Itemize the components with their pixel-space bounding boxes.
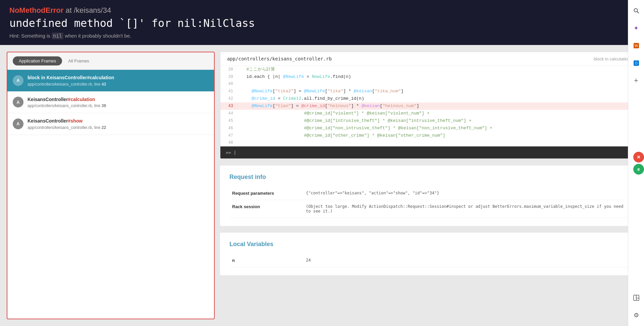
code-line-47: 47 #@crime_id["other_crime"] * @keisan["… bbox=[220, 132, 637, 139]
local-var-n-row: n 24 bbox=[229, 254, 628, 267]
frames-panel: Application Frames All Frames A block in… bbox=[7, 52, 215, 319]
code-line-38: 38 #ここから計算 bbox=[220, 66, 637, 73]
line-num-43: 43 bbox=[220, 103, 238, 109]
line-code-38: #ここから計算 bbox=[238, 66, 278, 73]
frame-avatar-2: A bbox=[13, 119, 23, 129]
right-panel: app/controllers/keisans_controller.rb bl… bbox=[220, 52, 637, 319]
frame-line-1: 39 bbox=[102, 103, 106, 108]
code-header: app/controllers/keisans_controller.rb bl… bbox=[220, 52, 637, 66]
line-num-48: 48 bbox=[220, 139, 238, 146]
hint-suffix: when it probably shouldn't be. bbox=[63, 33, 131, 39]
line-code-43: @NewLife["tian"] = @crime_id["heinous"] … bbox=[238, 102, 423, 110]
plus-icon[interactable]: + bbox=[631, 75, 642, 86]
error-location: at /keisans/34 bbox=[63, 6, 111, 14]
frame-file-2: app/controllers/keisans_controller.rb, l… bbox=[28, 125, 209, 130]
request-info-title: Request info bbox=[229, 174, 628, 181]
frame-title-0: block in KeisansController#calculation bbox=[28, 75, 209, 81]
code-line-45: 45 #@crime_id["intrusive_theft"] * @keis… bbox=[220, 117, 637, 125]
code-body: 38 #ここから計算 39 id.each { |n| @NewLife = N… bbox=[220, 66, 637, 146]
ext-green-icon[interactable]: e bbox=[633, 164, 644, 175]
line-num-40: 40 bbox=[220, 81, 238, 87]
layout-icon[interactable] bbox=[631, 292, 642, 303]
svg-text:W: W bbox=[634, 44, 638, 48]
line-code-47: #@crime_id["other_crime"] * @keisan["oth… bbox=[238, 132, 449, 139]
code-line-44: 44 #@crime_id["violent"] * @keisan["viol… bbox=[220, 110, 637, 117]
frame-item-0[interactable]: A block in KeisansController#calculation… bbox=[7, 70, 214, 92]
rack-session-value: (Object too large. Modify ActionDispatch… bbox=[303, 200, 628, 218]
hint-code: nil bbox=[52, 33, 63, 39]
code-line-43: 43 @NewLife["tian"] = @crime_id["heinous… bbox=[220, 102, 637, 110]
frame-method-hash-1: #calculation bbox=[68, 97, 95, 102]
line-code-46: #@crime_id["non_intrusive_theft"] * @kei… bbox=[238, 125, 496, 132]
frame-method-hash-2: #show bbox=[68, 118, 83, 124]
svg-line-1 bbox=[637, 12, 639, 13]
repl-prompt: >> | bbox=[226, 150, 236, 155]
svg-text:O: O bbox=[635, 61, 638, 65]
frame-avatar-1: A bbox=[13, 97, 23, 107]
frame-avatar-0: A bbox=[13, 75, 23, 86]
frame-title-2: KeisansController#show bbox=[28, 118, 209, 125]
code-panel: app/controllers/keisans_controller.rb bl… bbox=[220, 52, 637, 159]
code-line-42: 42 @crime_id = Crime12.all.find_by_crime… bbox=[220, 95, 637, 102]
tab-application-frames[interactable]: Application Frames bbox=[13, 56, 62, 65]
error-message: undefined method `[]' for nil:NilClass bbox=[9, 17, 635, 30]
line-num-42: 42 bbox=[220, 95, 238, 102]
local-var-n-label: n bbox=[229, 254, 303, 267]
request-params-row: Request parameters {"controller"=>"keisa… bbox=[229, 187, 628, 200]
frame-info-1: KeisansController#calculation app/contro… bbox=[28, 96, 209, 108]
frame-method-name-1: KeisansController bbox=[28, 97, 68, 102]
line-num-47: 47 bbox=[220, 132, 238, 139]
request-info-table: Request parameters {"controller"=>"keisa… bbox=[229, 187, 628, 218]
code-filename: app/controllers/keisans_controller.rb bbox=[227, 56, 332, 61]
line-num-39: 39 bbox=[220, 74, 238, 80]
frame-method-name-0: block in KeisansController bbox=[28, 75, 87, 80]
frame-file-0: app/controllers/keisans_controller.rb, l… bbox=[28, 82, 209, 87]
line-num-41: 41 bbox=[220, 88, 238, 95]
frame-line-2: 22 bbox=[102, 125, 106, 130]
line-code-44: #@crime_id["violent"] * @keisan["violent… bbox=[238, 110, 433, 117]
repl-panel[interactable]: >> | bbox=[220, 146, 637, 158]
error-hint: Hint: Something is nil when it probably … bbox=[9, 33, 635, 39]
ext-icons: ✕ e bbox=[633, 152, 644, 175]
local-variables-table: n 24 bbox=[229, 254, 628, 267]
line-num-44: 44 bbox=[220, 110, 238, 117]
code-line-39: 39 id.each { |n| @NewLife = NewLife.find… bbox=[220, 73, 637, 81]
settings-icon[interactable]: ⚙ bbox=[631, 310, 642, 321]
line-code-45: #@crime_id["intrusive_theft"] * @keisan[… bbox=[238, 117, 475, 125]
line-num-46: 46 bbox=[220, 125, 238, 132]
error-type-line: NoMethodError at /keisans/34 bbox=[9, 6, 635, 15]
frame-info-2: KeisansController#show app/controllers/k… bbox=[28, 118, 209, 130]
search-icon[interactable] bbox=[631, 5, 642, 16]
code-line-41: 41 @NewLife["tika2"] = @NewLife["tika"] … bbox=[220, 88, 637, 95]
frame-line-0: 43 bbox=[102, 82, 106, 87]
office-icon[interactable]: W bbox=[631, 40, 642, 51]
error-name: NoMethodError bbox=[9, 6, 63, 14]
code-context: block in calculation bbox=[594, 56, 630, 61]
tab-all-frames[interactable]: All Frames bbox=[62, 56, 95, 65]
ext-red-icon[interactable]: ✕ bbox=[633, 152, 644, 162]
frame-file-1: app/controllers/keisans_controller.rb, l… bbox=[28, 103, 209, 108]
request-params-label: Request parameters bbox=[229, 187, 303, 200]
frames-tabs: Application Frames All Frames bbox=[7, 52, 214, 70]
error-header: NoMethodError at /keisans/34 undefined m… bbox=[0, 0, 644, 45]
local-variables-section: Local Variables n 24 bbox=[220, 233, 637, 275]
line-num-45: 45 bbox=[220, 118, 238, 124]
frame-item-1[interactable]: A KeisansController#calculation app/cont… bbox=[7, 92, 214, 113]
bottom-icons: ⚙ bbox=[631, 292, 642, 321]
hint-prefix: Hint: Something is bbox=[9, 33, 52, 39]
request-params-value: {"controller"=>"keisans", "action"=>"sho… bbox=[303, 187, 628, 200]
sparkle-icon[interactable]: ✦ bbox=[631, 23, 642, 34]
code-line-46: 46 #@crime_id["non_intrusive_theft"] * @… bbox=[220, 125, 637, 132]
line-code-39: id.each { |n| @NewLife = NewLife.find(n) bbox=[238, 73, 355, 81]
frame-method-hash-0: #calculation bbox=[87, 75, 114, 80]
frame-method-name-2: KeisansController bbox=[28, 118, 68, 124]
line-num-38: 38 bbox=[220, 66, 238, 73]
outlook-icon[interactable]: O bbox=[631, 58, 642, 68]
rack-session-row: Rack session (Object too large. Modify A… bbox=[229, 200, 628, 218]
rack-session-label: Rack session bbox=[229, 200, 303, 218]
local-var-n-value: 24 bbox=[303, 254, 628, 267]
request-info-section: Request info Request parameters {"contro… bbox=[220, 166, 637, 226]
main-content: Application Frames All Frames A block in… bbox=[0, 45, 644, 326]
frame-title-1: KeisansController#calculation bbox=[28, 96, 209, 103]
frame-item-2[interactable]: A KeisansController#show app/controllers… bbox=[7, 113, 214, 135]
